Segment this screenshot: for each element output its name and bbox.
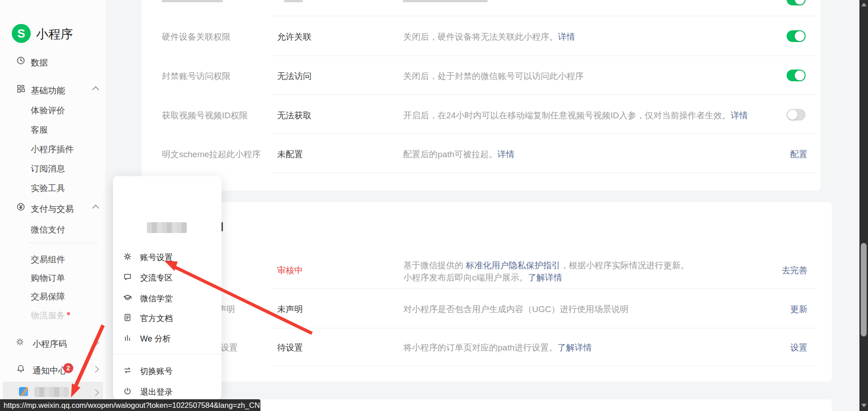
detail-link[interactable]: 详情 bbox=[558, 32, 575, 42]
setting-label: 硬件设备关联权限 bbox=[162, 31, 231, 43]
setting-desc-text: 关闭后，硬件设备将无法关联此小程序。 bbox=[403, 32, 558, 42]
detail-link[interactable]: 详情 bbox=[497, 149, 514, 159]
graduation-cap-icon bbox=[123, 293, 132, 302]
menu-item-community[interactable]: 交流专区 bbox=[140, 272, 173, 283]
sidebar-item-shopping-orders[interactable]: 购物订单 bbox=[31, 272, 65, 284]
sidebar-item-trade-component[interactable]: 交易组件 bbox=[31, 254, 65, 266]
privacy-guideline-link[interactable]: 标准化用户隐私保护指引 bbox=[466, 261, 560, 270]
sidebar-item-qrcode[interactable]: 小程序码 bbox=[33, 338, 67, 350]
scroll-down-arrow-icon[interactable] bbox=[861, 404, 867, 407]
configure-button[interactable]: 配置 bbox=[769, 149, 807, 160]
privacy-desc-line2: 小程序发布后即向c端用户展示。了解详情 bbox=[403, 272, 562, 284]
sidebar-item-wechat-pay[interactable]: 微信支付 bbox=[31, 224, 65, 236]
clipped-row-fragment bbox=[284, 0, 303, 2]
desc-text: 小程序发布后即向c端用户展示。 bbox=[403, 273, 528, 282]
scrollbar-track[interactable] bbox=[859, 0, 868, 411]
browser-status-bar: https://mp.weixin.qq.com/wxopen/walogout… bbox=[0, 399, 260, 411]
row-divider bbox=[271, 133, 816, 134]
toggle-switch[interactable] bbox=[787, 109, 806, 121]
bell-icon bbox=[16, 364, 25, 373]
detail-link[interactable]: 详情 bbox=[731, 111, 748, 120]
clipped-row-fragment bbox=[162, 0, 223, 2]
menu-item-official-docs[interactable]: 官方文档 bbox=[140, 313, 173, 324]
setting-value: 允许关联 bbox=[277, 31, 311, 43]
toggle-switch[interactable] bbox=[787, 30, 806, 42]
desc-text: ，根据小程序实际情况进行更新。 bbox=[560, 261, 689, 270]
row-divider bbox=[271, 173, 816, 173]
redacted-account-name bbox=[34, 387, 69, 397]
complete-button[interactable]: 去完善 bbox=[769, 265, 807, 276]
toggle-switch-clipped[interactable] bbox=[787, 0, 806, 5]
sidebar: S 小程序 数据 基础功能 体验评价 客服 小程序插件 订阅消息 实验工具 支付… bbox=[0, 0, 105, 411]
privacy-status: 待设置 bbox=[277, 342, 303, 354]
setting-desc: 配置后的path可被拉起。详情 bbox=[403, 149, 514, 160]
yen-icon bbox=[16, 202, 25, 211]
update-button[interactable]: 更新 bbox=[769, 304, 807, 315]
switch-account-icon bbox=[123, 366, 132, 375]
chat-bubble-icon bbox=[123, 272, 132, 281]
chevron-up-icon[interactable] bbox=[92, 205, 99, 212]
chevron-right-icon bbox=[92, 339, 99, 346]
privacy-status: 审核中 bbox=[277, 265, 303, 276]
menu-item-account-settings[interactable]: 账号设置 bbox=[140, 252, 173, 263]
setting-desc: 开启后，在24小时内可以在移动端复制任意视频号视频ID入参，仅对当前操作者生效。… bbox=[403, 110, 748, 121]
chevron-up-icon[interactable] bbox=[92, 86, 99, 93]
sidebar-item-lab-tools[interactable]: 实验工具 bbox=[31, 182, 65, 194]
learn-more-link[interactable]: 了解详情 bbox=[557, 343, 592, 352]
sidebar-item-notifications[interactable]: 通知中心 bbox=[33, 365, 67, 377]
new-dot-badge bbox=[67, 312, 70, 315]
setting-label: 获取视频号视频ID权限 bbox=[162, 110, 248, 121]
desc-text: 基于微信提供的 bbox=[403, 261, 466, 270]
chevron-right-icon bbox=[92, 366, 99, 373]
mini-program-logo-icon: S bbox=[12, 24, 31, 43]
feature-settings-card bbox=[142, 0, 821, 191]
sidebar-item-subscribe-message[interactable]: 订阅消息 bbox=[31, 163, 65, 175]
sidebar-item-customer-service[interactable]: 客服 bbox=[31, 124, 48, 136]
sidebar-divider bbox=[28, 243, 99, 243]
setting-desc: 关闭后，处于封禁的微信账号可以访问此小程序 bbox=[403, 70, 584, 82]
clock-icon bbox=[16, 56, 25, 65]
toggle-switch[interactable] bbox=[787, 70, 806, 81]
popup-divider bbox=[113, 354, 222, 355]
scrollbar-thumb[interactable] bbox=[861, 243, 867, 336]
sidebar-item-trade-guarantee[interactable]: 交易保障 bbox=[31, 291, 65, 303]
qrcode-sparkle-icon bbox=[15, 337, 24, 346]
sidebar-item-data[interactable]: 数据 bbox=[31, 57, 48, 69]
document-icon bbox=[123, 313, 132, 322]
row-divider bbox=[271, 56, 816, 56]
sidebar-group-payment[interactable]: 支付与交易 bbox=[31, 203, 74, 215]
row-divider bbox=[271, 94, 816, 95]
redacted-popup-name bbox=[147, 222, 187, 233]
gear-icon bbox=[123, 252, 132, 261]
menu-item-we-analysis[interactable]: We 分析 bbox=[140, 333, 171, 344]
account-logo bbox=[19, 387, 28, 396]
setting-value: 无法获取 bbox=[277, 110, 311, 121]
status-bar-url: https://mp.weixin.qq.com/wxopen/walogout… bbox=[4, 401, 260, 410]
setting-desc-text: 配置后的path可被拉起。 bbox=[403, 149, 497, 159]
privacy-desc: 将小程序的订单页对应的path进行设置。了解详情 bbox=[403, 342, 592, 354]
privacy-status: 未声明 bbox=[277, 304, 303, 315]
notification-count-badge: 2 bbox=[63, 363, 73, 373]
sidebar-item-logistics[interactable]: 物流服务 bbox=[31, 310, 65, 322]
setting-desc: 关闭后，硬件设备将无法关联此小程序。详情 bbox=[403, 31, 575, 43]
sidebar-item-experience-review[interactable]: 体验评价 bbox=[31, 105, 65, 117]
sidebar-item-plugins[interactable]: 小程序插件 bbox=[31, 144, 74, 155]
row-divider bbox=[271, 366, 816, 366]
sidebar-group-basic[interactable]: 基础功能 bbox=[31, 85, 65, 97]
learn-more-link[interactable]: 了解详情 bbox=[528, 273, 562, 282]
row-divider bbox=[271, 16, 816, 16]
app-title: 小程序 bbox=[36, 26, 73, 42]
power-icon bbox=[123, 387, 132, 396]
menu-item-wechat-class[interactable]: 微信学堂 bbox=[140, 293, 173, 304]
clipped-row-fragment bbox=[403, 0, 488, 2]
privacy-settings-card bbox=[142, 202, 832, 382]
setting-desc-text: 开启后，在24小时内可以在移动端复制任意视频号视频ID入参，仅对当前操作者生效。 bbox=[403, 111, 731, 120]
page: 硬件设备关联权限 允许关联 关闭后，硬件设备将无法关联此小程序。详情 封禁账号访… bbox=[0, 0, 868, 411]
setting-label: 封禁账号访问权限 bbox=[162, 70, 231, 82]
menu-item-switch-account[interactable]: 切换账号 bbox=[140, 366, 173, 377]
scroll-up-arrow-icon[interactable] bbox=[861, 3, 867, 6]
set-button[interactable]: 设置 bbox=[769, 342, 807, 354]
desc-text: 将小程序的订单页对应的path进行设置。 bbox=[403, 343, 557, 352]
grid-icon bbox=[16, 84, 25, 93]
menu-item-logout[interactable]: 退出登录 bbox=[140, 387, 173, 397]
